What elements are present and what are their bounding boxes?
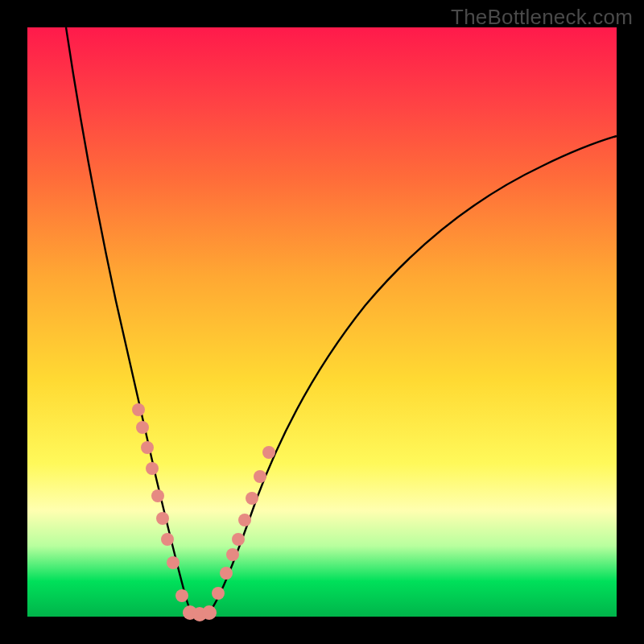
curve-right-branch [206,136,617,616]
bead-left [132,403,145,416]
bead-right [226,548,239,561]
chart-frame: TheBottleneck.com [0,0,644,644]
bead-left [161,533,174,546]
bead-right [212,587,225,600]
bead-bottom [202,605,217,620]
bead-left [136,421,149,434]
bead-right [246,492,258,505]
watermark-text: TheBottleneck.com [451,5,633,30]
bead-left [146,462,159,475]
bead-right [238,514,251,526]
curve-layer [27,27,617,617]
bead-right [262,446,275,459]
plot-area [27,27,617,617]
curve-left-branch [66,27,194,616]
bead-right [232,533,245,546]
bead-left [151,489,164,502]
bead-left [156,512,169,525]
bead-left [141,441,154,454]
bead-left [175,589,188,602]
bead-left [167,556,180,569]
bead-right [220,567,233,580]
bead-right [254,470,266,483]
